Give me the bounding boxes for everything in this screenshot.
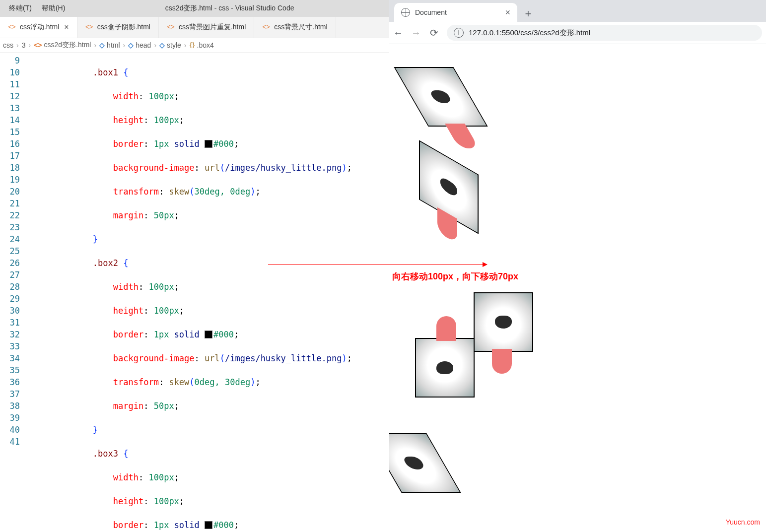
tab-label: css背景尺寸.html (274, 23, 327, 32)
bc-css[interactable]: css (3, 41, 13, 49)
tab-label: css浮动.html (20, 23, 59, 32)
tab-bg-size[interactable]: <> css背景尺寸.html (254, 17, 336, 38)
color-swatch[interactable] (205, 521, 212, 529)
close-icon[interactable]: × (505, 7, 510, 18)
bc-3[interactable]: 3 (22, 41, 26, 49)
html-file-icon: <> (34, 41, 42, 49)
menu-terminal[interactable]: 终端(T) (4, 4, 37, 13)
browser-toolbar: ← → ⟳ i 127.0.0.1:5500/css/3/css2d变形.htm… (389, 22, 766, 44)
preview-box1-skewx (394, 67, 487, 127)
tab-bg-repeat[interactable]: <> css背景图片重复.html (159, 17, 254, 38)
preview-box3-translate (474, 292, 533, 352)
bc-head[interactable]: head (136, 41, 151, 49)
preview-box5 (389, 433, 461, 493)
browser-tabs: Document × + (389, 0, 766, 22)
symbol-icon: ◇ (99, 41, 105, 49)
bc-file[interactable]: css2d变形.html (44, 41, 91, 50)
vscode-window: 终端(T) 帮助(H) css2d变形.html - css - Visual … (0, 0, 390, 532)
url-text: 127.0.0.1:5500/css/3/css2d变形.html (469, 28, 590, 38)
menu-help[interactable]: 帮助(H) (37, 4, 70, 13)
color-swatch[interactable] (205, 140, 212, 148)
symbol-icon: ◇ (159, 41, 165, 49)
tab-label: css背景图片重复.html (179, 23, 246, 32)
bc-html[interactable]: html (107, 41, 120, 49)
preview-box4-rotate (415, 338, 475, 398)
browser-tab-title: Document (415, 8, 447, 16)
code-editor[interactable]: 9101112131415161718192021222324252627282… (0, 53, 389, 532)
window-title: css2d变形.html - css - Visual Studio Code (70, 4, 389, 13)
tab-box-shadow[interactable]: <> css盒子阴影.html (77, 17, 159, 38)
html-file-icon: <> (262, 23, 270, 31)
annotation-text: 向右移动100px，向下移动70px (392, 270, 518, 282)
tab-css-float[interactable]: <> css浮动.html × (0, 17, 77, 38)
close-icon[interactable]: × (64, 23, 69, 32)
html-file-icon: <> (8, 23, 16, 31)
bc-box4[interactable]: .box4 (197, 41, 214, 49)
preview-box2-skewy (419, 140, 479, 234)
tab-label: css盒子阴影.html (97, 23, 150, 32)
address-bar[interactable]: i 127.0.0.1:5500/css/3/css2d变形.html (447, 25, 762, 41)
browser-window: Document × + ← → ⟳ i 127.0.0.1:5500/css/… (389, 0, 766, 532)
line-gutter: 9101112131415161718192021222324252627282… (0, 53, 32, 532)
class-icon: {} (190, 41, 195, 49)
new-tab-button[interactable]: + (520, 6, 536, 22)
browser-tab[interactable]: Document × (394, 3, 517, 22)
color-swatch[interactable] (205, 331, 212, 338)
browser-page (389, 44, 766, 532)
annotation-arrow (268, 264, 485, 265)
watermark: Yuucn.com (726, 518, 760, 526)
info-icon[interactable]: i (454, 28, 464, 38)
html-file-icon: <> (167, 23, 175, 31)
globe-icon (401, 8, 410, 17)
forward-button[interactable]: → (411, 27, 421, 39)
back-button[interactable]: ← (393, 27, 403, 39)
html-file-icon: <> (85, 23, 93, 31)
breadcrumb[interactable]: css› 3› <>css2d变形.html› ◇html› ◇head› ◇s… (0, 38, 389, 53)
reload-button[interactable]: ⟳ (429, 27, 439, 39)
editor-tabs: <> css浮动.html × <> css盒子阴影.html <> css背景… (0, 17, 389, 38)
code-area[interactable]: .box1 { width: 100px; height: 100px; bor… (32, 53, 389, 532)
bc-style[interactable]: style (167, 41, 181, 49)
titlebar: 终端(T) 帮助(H) css2d变形.html - css - Visual … (0, 0, 389, 17)
symbol-icon: ◇ (128, 41, 134, 49)
